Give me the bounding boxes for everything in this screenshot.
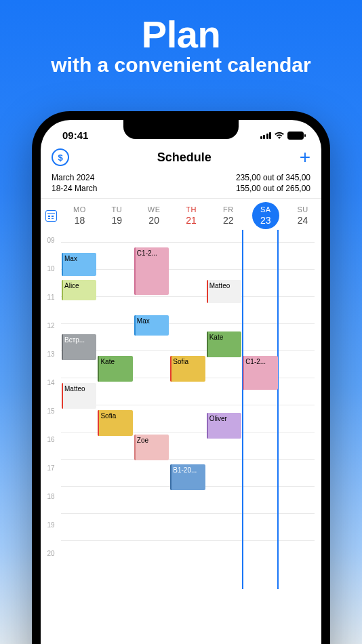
calendar-event[interactable]: C1-2... bbox=[134, 247, 169, 295]
calendar-event[interactable]: Kate bbox=[207, 331, 241, 357]
day-column-su[interactable]: SU24 bbox=[284, 205, 321, 226]
time-label: 19 bbox=[41, 515, 61, 543]
day-number: 20 bbox=[136, 215, 173, 226]
event-label: Matteo bbox=[64, 385, 85, 393]
signal-icon bbox=[260, 132, 272, 139]
currency-button[interactable]: $ bbox=[52, 148, 69, 166]
calendar-event[interactable]: Oliver bbox=[207, 413, 241, 439]
day-abbr: WE bbox=[136, 205, 173, 214]
calendar-event[interactable]: Max bbox=[134, 315, 169, 336]
day-number: 18 bbox=[61, 215, 98, 226]
time-label: 14 bbox=[41, 372, 61, 401]
calendar-event[interactable]: Alice bbox=[62, 280, 96, 300]
day-column-th[interactable]: TH21 bbox=[173, 205, 210, 226]
time-label: 20 bbox=[41, 543, 61, 571]
calendar-event[interactable]: Sofia bbox=[170, 356, 205, 382]
time-label: 16 bbox=[41, 429, 61, 458]
day-column-mo[interactable]: MO18 bbox=[61, 205, 98, 226]
today-indicator: SA23 bbox=[252, 202, 279, 229]
day-abbr: TU bbox=[98, 205, 136, 214]
day-column-tu[interactable]: TU19 bbox=[98, 205, 136, 226]
calendar-event[interactable]: B1-20... bbox=[170, 464, 205, 490]
event-label: C1-2... bbox=[245, 358, 266, 365]
calendar-event[interactable]: Kate bbox=[98, 356, 132, 382]
calendar-grid[interactable]: 091011121314151617181920 MaxAliceВстр...… bbox=[41, 230, 321, 589]
wifi-icon bbox=[274, 132, 285, 140]
promo-title: Plan bbox=[0, 12, 362, 56]
time-label: 12 bbox=[41, 315, 61, 344]
time-label: 17 bbox=[41, 458, 61, 486]
day-abbr: MO bbox=[61, 205, 98, 214]
calendar-event[interactable]: Max bbox=[62, 253, 96, 276]
event-label: Kate bbox=[209, 334, 224, 341]
summary-week-stats: 155,00 out of 265,00 bbox=[236, 184, 310, 193]
event-label: Oliver bbox=[209, 415, 227, 422]
today-column-highlight bbox=[242, 230, 278, 589]
time-label: 18 bbox=[41, 486, 61, 515]
add-button[interactable]: + bbox=[300, 148, 310, 167]
event-label: Kate bbox=[100, 358, 115, 365]
calendar-event[interactable]: Встр... bbox=[62, 334, 96, 360]
page-title: Schedule bbox=[157, 150, 212, 165]
status-time: 09:41 bbox=[62, 129, 88, 141]
day-column-fr[interactable]: FR22 bbox=[209, 205, 247, 226]
time-label: 15 bbox=[41, 401, 61, 429]
calendar-event[interactable]: Matteo bbox=[62, 383, 96, 409]
day-number: 22 bbox=[209, 215, 247, 226]
day-number: 21 bbox=[173, 215, 210, 226]
event-label: Max bbox=[137, 317, 150, 325]
event-label: Встр... bbox=[64, 336, 85, 344]
summary-month-stats: 235,00 out of 345,00 bbox=[236, 173, 310, 182]
calendar-event[interactable]: C1-2... bbox=[243, 356, 277, 390]
phone-frame: 09:41 $ Schedule + March 2024 235,00 out… bbox=[32, 111, 330, 644]
event-label: Sofia bbox=[100, 412, 116, 420]
summary-week-label: 18-24 March bbox=[52, 184, 97, 193]
summary-month-label: March 2024 bbox=[52, 173, 94, 182]
time-label: 09 bbox=[41, 230, 61, 258]
time-label: 13 bbox=[41, 344, 61, 372]
time-label: 11 bbox=[41, 287, 61, 315]
calendar-icon bbox=[45, 210, 57, 222]
day-abbr: TH bbox=[173, 205, 210, 214]
summary-panel: March 2024 235,00 out of 345,00 18-24 Ma… bbox=[41, 172, 321, 199]
day-column-sa[interactable]: SA23 SA23 bbox=[247, 205, 284, 226]
calendar-event[interactable]: Matteo bbox=[207, 280, 241, 303]
promo-banner: Plan with a convenient calendar bbox=[0, 0, 362, 77]
day-abbr: SU bbox=[284, 205, 321, 214]
mini-calendar-button[interactable] bbox=[41, 205, 61, 226]
event-label: Matteo bbox=[209, 282, 230, 289]
battery-icon bbox=[287, 132, 304, 140]
event-label: Sofia bbox=[173, 358, 188, 365]
event-label: Max bbox=[64, 255, 77, 262]
calendar-event[interactable]: Sofia bbox=[98, 410, 132, 436]
day-number: 24 bbox=[284, 215, 321, 226]
day-number: 19 bbox=[98, 215, 136, 226]
event-label: B1-20... bbox=[173, 466, 197, 474]
event-label: C1-2... bbox=[137, 249, 157, 257]
event-label: Alice bbox=[64, 282, 79, 289]
phone-notch bbox=[123, 120, 239, 139]
event-label: Zoe bbox=[137, 437, 148, 444]
promo-subtitle: with a convenient calendar bbox=[0, 54, 362, 77]
calendar-event[interactable]: Zoe bbox=[134, 435, 169, 460]
time-label: 10 bbox=[41, 258, 61, 287]
nav-bar: $ Schedule + bbox=[41, 144, 321, 172]
day-header-row: MO18TU19WE20TH21FR22SA23 SA23SU24 bbox=[41, 199, 321, 230]
day-abbr: FR bbox=[209, 205, 247, 214]
day-column-we[interactable]: WE20 bbox=[136, 205, 173, 226]
